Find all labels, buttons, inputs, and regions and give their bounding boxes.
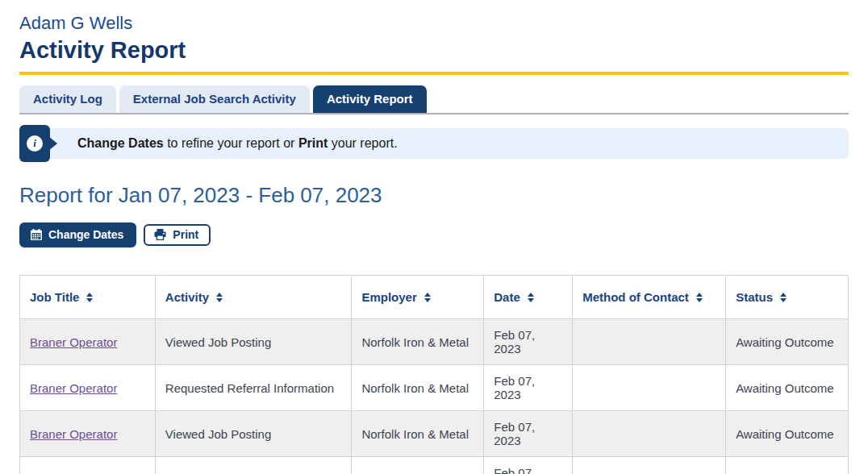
table-row: Braner Operator Viewed Job Posting Norfo… — [20, 411, 849, 457]
job-title-link[interactable]: Braner Operator — [30, 427, 117, 441]
date-cell: Feb 07, 2023 — [484, 457, 573, 474]
print-button-label: Print — [173, 229, 198, 240]
sort-icon — [86, 293, 93, 302]
change-dates-button-label: Change Dates — [48, 229, 123, 240]
date-cell: Feb 07, 2023 — [484, 411, 573, 457]
column-header-date[interactable]: Date — [484, 276, 573, 319]
sort-icon — [424, 293, 431, 302]
employer-cell: AAA Inc. — [352, 457, 484, 474]
info-banner-bold-change-dates: Change Dates — [77, 136, 164, 150]
employer-cell: Norfolk Iron & Metal — [352, 411, 484, 457]
tab-bar: Activity Log External Job Search Activit… — [19, 85, 849, 114]
activity-cell: Requested Referral Information — [155, 365, 352, 411]
sort-icon — [216, 293, 223, 302]
table-row: Braner Operator Viewed Job Posting Norfo… — [20, 319, 849, 365]
status-cell: Awaiting Outcome — [726, 411, 849, 457]
column-header-method-of-contact[interactable]: Method of Contact — [573, 276, 726, 319]
gold-divider — [19, 72, 849, 75]
info-banner-text: Change Dates to refine your report or Pr… — [77, 136, 398, 151]
method-of-contact-cell — [573, 319, 726, 365]
date-cell: Feb 07, 2023 — [484, 365, 573, 411]
tab-external-job-search-activity[interactable]: External Job Search Activity — [119, 85, 310, 113]
table-row: Warehouse Manager Job Search AAA Inc. Fe… — [20, 457, 849, 474]
status-cell: Awaiting Outcome — [726, 365, 849, 411]
table-header-row: Job Title Activity Employer Date Method … — [20, 276, 849, 319]
printer-icon — [154, 229, 166, 240]
sort-icon — [696, 293, 703, 302]
table-row: Braner Operator Requested Referral Infor… — [20, 365, 849, 411]
activity-cell: Job Search — [155, 457, 352, 474]
print-button[interactable]: Print — [144, 224, 211, 246]
method-of-contact-cell — [573, 365, 726, 411]
column-header-employer[interactable]: Employer — [352, 276, 484, 319]
column-header-job-title[interactable]: Job Title — [20, 276, 156, 319]
sort-icon — [780, 293, 787, 302]
activity-cell: Viewed Job Posting — [155, 411, 352, 457]
column-header-activity[interactable]: Activity — [155, 276, 352, 319]
page-container: Adam G Wells Activity Report Activity Lo… — [0, 13, 868, 474]
job-title-link[interactable]: Braner Operator — [30, 335, 117, 349]
method-of-contact-cell: Online — [573, 457, 726, 474]
date-cell: Feb 07, 2023 — [484, 319, 573, 365]
change-dates-button[interactable]: Change Dates — [19, 222, 136, 247]
report-date-range-heading: Report for Jan 07, 2023 - Feb 07, 2023 — [19, 183, 849, 208]
sort-icon — [528, 293, 534, 302]
column-header-status[interactable]: Status — [726, 276, 849, 319]
job-title-link[interactable]: Braner Operator — [30, 381, 117, 395]
info-icon: i — [27, 135, 43, 152]
job-title-cell: Warehouse Manager — [20, 457, 156, 474]
info-banner-bold-print: Print — [298, 136, 328, 150]
activity-cell: Viewed Job Posting — [155, 319, 352, 365]
calendar-icon — [31, 229, 42, 240]
tab-activity-report[interactable]: Activity Report — [313, 85, 427, 113]
report-actions: Change Dates Print — [19, 222, 849, 247]
status-cell: Awaiting Outcome — [726, 457, 849, 474]
info-tag: i — [19, 125, 50, 162]
user-name: Adam G Wells — [19, 13, 849, 34]
employer-cell: Norfolk Iron & Metal — [352, 319, 484, 365]
status-cell: Awaiting Outcome — [726, 319, 849, 365]
info-banner: i Change Dates to refine your report or … — [19, 128, 849, 159]
tab-activity-log[interactable]: Activity Log — [19, 85, 116, 113]
method-of-contact-cell — [573, 411, 726, 457]
employer-cell: Norfolk Iron & Metal — [352, 365, 484, 411]
page-title: Activity Report — [19, 37, 849, 64]
activity-report-table: Job Title Activity Employer Date Method … — [19, 275, 849, 474]
